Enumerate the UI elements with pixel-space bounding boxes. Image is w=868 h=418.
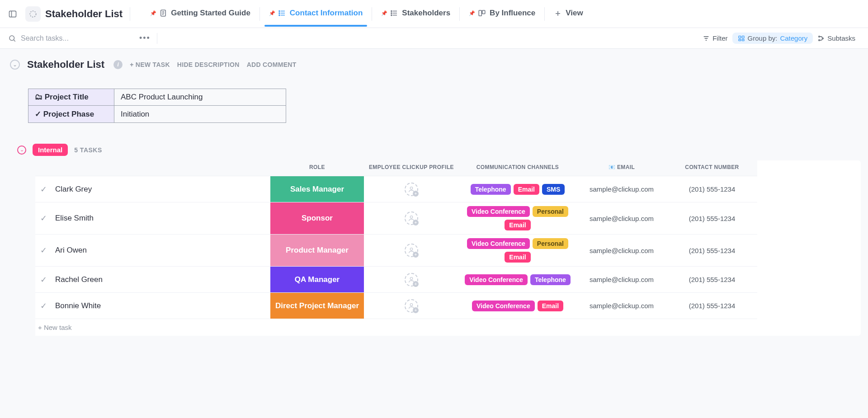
tab-getting-started[interactable]: 📌 Getting Started Guide <box>142 0 259 28</box>
add-comment-button[interactable]: ADD COMMENT <box>247 61 297 68</box>
phone-cell[interactable]: (201) 555-1234 <box>667 292 757 319</box>
assign-user-icon[interactable] <box>405 244 418 257</box>
profile-cell[interactable] <box>364 292 459 319</box>
status-check-icon[interactable]: ✓ <box>38 184 49 194</box>
status-check-icon[interactable]: ✓ <box>38 245 49 255</box>
channel-tag[interactable]: Personal <box>533 238 568 249</box>
profile-cell[interactable] <box>364 202 459 234</box>
role-cell[interactable]: QA Manager <box>270 266 364 292</box>
group-by-button[interactable]: Group by: Category <box>732 33 813 44</box>
channels-cell[interactable]: Video ConferencePersonalEmail <box>459 202 576 234</box>
desc-value[interactable]: ABC Product Launching <box>114 89 286 106</box>
svg-point-16 <box>819 36 820 37</box>
profile-cell[interactable] <box>364 266 459 292</box>
task-row-name[interactable]: ✓Rachel Green <box>35 266 270 292</box>
channel-tag[interactable]: SMS <box>542 184 565 195</box>
channel-tag[interactable]: Video Conference <box>465 274 528 285</box>
channel-tag[interactable]: Email <box>514 184 539 195</box>
channels-cell[interactable]: Video ConferenceEmail <box>459 292 576 319</box>
email-cell[interactable]: sample@clickup.com <box>576 292 667 319</box>
tab-by-influence[interactable]: 📌 By Influence <box>461 0 543 28</box>
role-cell[interactable]: Sales Manager <box>270 176 364 202</box>
email-cell[interactable]: sample@clickup.com <box>576 234 667 266</box>
channel-tag[interactable]: Personal <box>533 206 568 217</box>
divider <box>459 7 460 21</box>
channel-tag[interactable]: Email <box>505 252 530 263</box>
task-row-name[interactable]: ✓Clark Grey <box>35 176 270 202</box>
col-contact[interactable]: CONTACT NUMBER <box>667 160 757 176</box>
group-name-pill[interactable]: Internal <box>33 144 68 156</box>
email-cell[interactable]: sample@clickup.com <box>576 202 667 234</box>
svg-rect-13 <box>742 36 744 38</box>
svg-point-17 <box>819 39 820 41</box>
svg-rect-10 <box>482 10 485 14</box>
phone-cell[interactable]: (201) 555-1234 <box>667 202 757 234</box>
col-email[interactable]: 📧 EMAIL <box>576 160 667 176</box>
phone-cell[interactable]: (201) 555-1234 <box>667 176 757 202</box>
expand-sidebar-button[interactable] <box>6 8 19 20</box>
subtasks-button[interactable]: Subtasks <box>813 34 860 42</box>
search-input[interactable] <box>21 34 102 42</box>
filter-button[interactable]: Filter <box>698 34 732 42</box>
profile-cell[interactable] <box>364 176 459 202</box>
new-task-button[interactable]: + NEW TASK <box>130 61 170 68</box>
channel-tag[interactable]: Email <box>538 301 563 311</box>
col-profile[interactable]: EMPLOYEE CLICKUP PROFILE <box>364 160 459 176</box>
profile-cell[interactable] <box>364 234 459 266</box>
svg-point-18 <box>822 38 824 39</box>
info-icon[interactable]: i <box>113 60 123 69</box>
channels-cell[interactable]: Video ConferencePersonalEmail <box>459 234 576 266</box>
channel-tag[interactable]: Telephone <box>530 274 571 285</box>
task-row-name[interactable]: ✓Elise Smith <box>35 202 270 234</box>
group-icon <box>738 35 745 42</box>
channel-tag[interactable]: Video Conference <box>472 301 535 311</box>
role-cell[interactable]: Direct Project Manager <box>270 292 364 319</box>
tab-label: Contact Information <box>290 9 363 18</box>
channel-tag[interactable]: Telephone <box>471 184 511 195</box>
list-header: ⌄ Stakeholder List i + NEW TASK HIDE DES… <box>7 59 861 75</box>
tab-stakeholders[interactable]: 📌 Stakeholders <box>373 0 458 28</box>
svg-point-21 <box>410 248 412 250</box>
list-chip[interactable]: Stakeholder List <box>22 5 126 23</box>
hide-description-button[interactable]: HIDE DESCRIPTION <box>177 61 240 68</box>
channels-cell[interactable]: TelephoneEmailSMS <box>459 176 576 202</box>
assign-user-icon[interactable] <box>405 299 418 313</box>
col-name <box>35 160 270 176</box>
new-task-row[interactable]: + New task <box>35 319 757 336</box>
svg-point-11 <box>9 36 14 41</box>
svg-rect-14 <box>739 39 741 41</box>
task-row-name[interactable]: ✓Ari Owen <box>35 234 270 266</box>
status-check-icon[interactable]: ✓ <box>38 275 49 285</box>
channels-cell[interactable]: Video ConferenceTelephone <box>459 266 576 292</box>
assign-user-icon[interactable] <box>405 211 418 225</box>
collapse-list-button[interactable]: ⌄ <box>10 60 20 70</box>
desc-value[interactable]: Initiation <box>114 106 286 123</box>
role-cell[interactable]: Sponsor <box>270 202 364 234</box>
channel-tag[interactable]: Video Conference <box>467 238 530 249</box>
role-cell[interactable]: Product Manager <box>270 234 364 266</box>
email-cell[interactable]: sample@clickup.com <box>576 266 667 292</box>
channel-tag[interactable]: Video Conference <box>467 206 530 217</box>
filter-label: Filter <box>712 34 727 42</box>
tab-contact-information[interactable]: 📌 Contact Information <box>261 0 371 28</box>
status-check-icon[interactable]: ✓ <box>38 213 49 223</box>
assign-user-icon[interactable] <box>405 183 418 196</box>
list-icon <box>25 6 41 22</box>
collapse-group-button[interactable]: ⌄ <box>17 146 26 155</box>
doc-icon <box>159 9 167 17</box>
task-row-name[interactable]: ✓Bonnie White <box>35 292 270 319</box>
channel-tag[interactable]: Email <box>505 220 530 230</box>
assign-user-icon[interactable] <box>405 273 418 286</box>
add-view-button[interactable]: ＋ View <box>546 0 591 28</box>
svg-point-19 <box>410 187 412 189</box>
col-role[interactable]: ROLE <box>270 160 364 176</box>
subtasks-label: Subtasks <box>827 34 855 42</box>
tab-label: Stakeholders <box>402 9 450 18</box>
email-cell[interactable]: sample@clickup.com <box>576 176 667 202</box>
status-check-icon[interactable]: ✓ <box>38 301 49 311</box>
col-channels[interactable]: COMMUNICATION CHANNELS <box>459 160 576 176</box>
phone-cell[interactable]: (201) 555-1234 <box>667 234 757 266</box>
svg-point-23 <box>410 303 412 305</box>
more-options-button[interactable]: ••• <box>135 33 155 43</box>
phone-cell[interactable]: (201) 555-1234 <box>667 266 757 292</box>
